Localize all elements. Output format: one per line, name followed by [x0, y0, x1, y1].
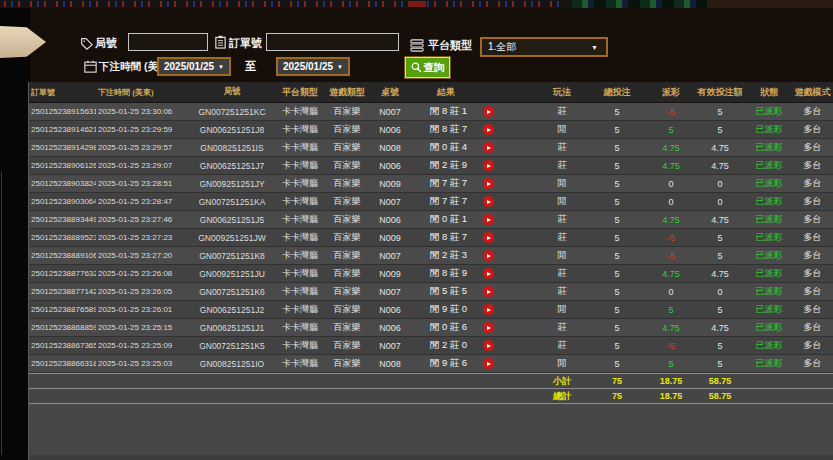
game-type-cell: 百家樂 [324, 211, 370, 228]
platform-cell: 卡卡灣廳 [276, 157, 324, 174]
game-mode-cell: 多台 [792, 247, 833, 264]
game-type-cell: 百家樂 [324, 121, 370, 138]
column-header: 平台類型 [276, 82, 324, 102]
order-number-cell: 250125238876589 [29, 301, 96, 318]
column-header: 局號 [188, 82, 276, 102]
valid-bet-cell: 5 [694, 355, 746, 372]
total-bet-cell: 5 [586, 283, 648, 300]
status-cell: 已派彩 [746, 157, 792, 174]
play-icon[interactable] [483, 124, 494, 135]
payout-cell: 0 [648, 175, 694, 192]
total-bet-cell: 5 [586, 301, 648, 318]
result-cell: 閒8莊9 [410, 265, 538, 282]
search-icon [411, 62, 422, 73]
column-header: 桌號 [370, 82, 410, 102]
play-icon[interactable] [483, 160, 494, 171]
result-cell: 閒0莊1 [410, 211, 538, 228]
payout-cell: 4.75 [648, 265, 694, 282]
platform-cell: 卡卡灣廳 [276, 265, 324, 282]
result-text: 閒8莊9 [430, 267, 470, 280]
game-mode-cell: 多台 [792, 337, 833, 354]
play-type-cell: 莊 [538, 283, 586, 300]
game-mode-cell: 多台 [792, 283, 833, 300]
bet-time-cell: 2025-01-25 23:29:59 [96, 121, 188, 138]
platform-cell: 卡卡灣廳 [276, 121, 324, 138]
play-icon[interactable] [483, 196, 494, 207]
platform-type-select[interactable]: 1.全部 ▼ [480, 37, 608, 57]
round-number-input[interactable] [128, 33, 208, 51]
play-type-cell: 閒 [538, 193, 586, 210]
total-bet-cell: 5 [586, 139, 648, 156]
chevron-down-icon: ▼ [218, 64, 224, 70]
valid-bet-cell: 4.75 [694, 139, 746, 156]
game-mode-cell: 多台 [792, 103, 833, 120]
status-cell: 已派彩 [746, 355, 792, 372]
result-cell: 閒9莊0 [410, 301, 538, 318]
valid-bet-cell: 5 [694, 121, 746, 138]
table-row: 250125238903824 2025-01-25 23:28:51 GN00… [29, 175, 833, 193]
date-to-value: 2025/01/25 [283, 61, 333, 72]
round-id-cell: GN009251251JU [188, 265, 276, 282]
status-cell: 已派彩 [746, 247, 792, 264]
platform-cell: 卡卡灣廳 [276, 175, 324, 192]
play-icon[interactable] [483, 178, 494, 189]
total-bet-cell: 5 [586, 355, 648, 372]
payout-cell: -5 [648, 103, 694, 120]
play-icon[interactable] [483, 142, 494, 153]
valid-bet-cell: 4.75 [694, 265, 746, 282]
table-row: 250125238903064 2025-01-25 23:28:47 GN00… [29, 193, 833, 211]
result-text: 閒8莊7 [430, 231, 470, 244]
table-row: 250125238868859 2025-01-25 23:25:15 GN00… [29, 319, 833, 337]
play-icon[interactable] [483, 232, 494, 243]
payout-cell: -5 [648, 247, 694, 264]
status-cell: 已派彩 [746, 139, 792, 156]
play-icon[interactable] [483, 358, 494, 369]
table-number-cell: N007 [370, 103, 410, 120]
platform-cell: 卡卡灣廳 [276, 211, 324, 228]
total-bet-cell: 5 [586, 211, 648, 228]
play-icon[interactable] [483, 250, 494, 261]
bet-time-cell: 2025-01-25 23:26:05 [96, 283, 188, 300]
order-number-cell: 250125238903064 [29, 193, 96, 210]
play-icon[interactable] [483, 322, 494, 333]
bet-records-table: 訂單號下注時間 (美東)局號平台類型遊戲類型桌號結果玩法總投注派彩有效投注額狀態… [28, 82, 833, 460]
play-icon[interactable] [483, 340, 494, 351]
result-text: 閒0莊4 [430, 141, 470, 154]
search-button[interactable]: 查詢 [405, 57, 450, 78]
platform-type-value: 1.全部 [482, 40, 591, 54]
total-bet-cell: 5 [586, 319, 648, 336]
table-number-cell: N007 [370, 193, 410, 210]
platform-cell: 卡卡灣廳 [276, 319, 324, 336]
play-icon[interactable] [483, 268, 494, 279]
order-number-input[interactable] [266, 33, 399, 51]
table-number-cell: N007 [370, 283, 410, 300]
play-icon[interactable] [483, 286, 494, 297]
round-id-cell: GN006251251J8 [188, 121, 276, 138]
play-icon[interactable] [483, 106, 494, 117]
status-cell: 已派彩 [746, 211, 792, 228]
play-icon[interactable] [483, 304, 494, 315]
table-number-cell: N006 [370, 157, 410, 174]
game-mode-cell: 多台 [792, 211, 833, 228]
order-number-cell: 250125238868859 [29, 319, 96, 336]
table-row: 250125238889106 2025-01-25 23:27:20 GN00… [29, 247, 833, 265]
result-cell: 閒2莊9 [410, 157, 538, 174]
game-mode-cell: 多台 [792, 175, 833, 192]
table-row: 250125238915631 2025-01-25 23:30:06 GN00… [29, 103, 833, 121]
bet-time-cell: 2025-01-25 23:26:08 [96, 265, 188, 282]
search-button-label: 查詢 [424, 61, 445, 75]
game-type-cell: 百家樂 [324, 157, 370, 174]
payout-cell: 5 [648, 121, 694, 138]
date-to-picker[interactable]: 2025/01/25 ▼ [276, 57, 350, 76]
result-text: 閒7莊7 [430, 177, 470, 190]
result-text: 閒9莊6 [430, 357, 470, 370]
table-number-cell: N007 [370, 247, 410, 264]
date-from-picker[interactable]: 2025/01/25 ▼ [157, 57, 231, 76]
play-icon[interactable] [483, 214, 494, 225]
column-header: 玩法 [538, 82, 586, 102]
payout-cell: 0 [648, 283, 694, 300]
result-cell: 閒8莊7 [410, 229, 538, 246]
payout-cell: 0 [648, 193, 694, 210]
result-text: 閒2莊3 [430, 249, 470, 262]
payout-cell: 4.75 [648, 319, 694, 336]
